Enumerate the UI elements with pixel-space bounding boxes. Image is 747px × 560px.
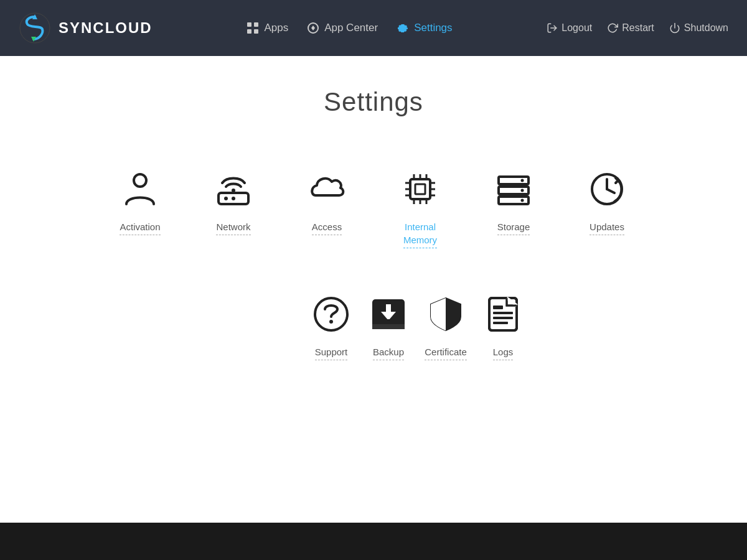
backup-item[interactable]: Backup (360, 279, 417, 373)
svg-rect-47 (493, 312, 513, 314)
svg-point-13 (232, 197, 235, 200)
network-label: Network (216, 220, 250, 235)
svg-point-12 (224, 197, 228, 200)
svg-point-10 (134, 174, 146, 187)
svg-point-33 (521, 189, 524, 192)
appcenter-icon (307, 22, 319, 34)
svg-rect-4 (254, 22, 258, 27)
svg-point-34 (521, 199, 524, 202)
svg-rect-42 (386, 304, 391, 313)
updates-icon (585, 167, 629, 212)
logout-button[interactable]: Logout (547, 22, 592, 34)
logo-area: SYNCLOUD (19, 12, 153, 44)
storage-icon (491, 167, 536, 212)
svg-line-37 (607, 189, 614, 193)
access-icon (304, 167, 349, 212)
storage-item[interactable]: Storage (470, 154, 557, 261)
support-item[interactable]: Support (303, 279, 360, 373)
main-content: Settings Activation (0, 56, 747, 404)
nav-appcenter[interactable]: App Center (307, 22, 378, 34)
internal-memory-icon (398, 167, 443, 212)
logs-item[interactable]: Logs (474, 279, 532, 373)
logs-label: Logs (493, 345, 514, 360)
logs-icon (481, 292, 525, 337)
updates-label: Updates (590, 220, 624, 235)
internal-memory-item[interactable]: InternalMemory (377, 154, 464, 261)
shutdown-icon (669, 22, 680, 34)
svg-rect-30 (499, 187, 529, 194)
bottom-bar (0, 523, 747, 560)
svg-rect-3 (247, 22, 251, 27)
page-title: Settings (324, 87, 423, 117)
activation-icon (118, 167, 162, 212)
svg-point-39 (329, 320, 333, 324)
svg-rect-49 (493, 317, 513, 319)
certificate-item[interactable]: Certificate (417, 279, 474, 373)
settings-row1: Activation Network (96, 154, 651, 273)
activation-label: Activation (120, 220, 160, 235)
updates-item[interactable]: Updates (563, 154, 651, 261)
activation-item[interactable]: Activation (96, 154, 184, 261)
access-label: Access (312, 220, 342, 235)
certificate-label: Certificate (425, 345, 467, 360)
network-item[interactable]: Network (190, 154, 277, 261)
restart-icon (607, 22, 618, 34)
apps-icon (247, 22, 259, 34)
support-icon (309, 292, 354, 337)
svg-rect-29 (499, 177, 529, 184)
internal-memory-label: InternalMemory (403, 220, 437, 248)
header: SYNCLOUD Apps App Center Settings (0, 0, 747, 56)
network-icon (211, 167, 256, 212)
backup-label: Backup (373, 345, 404, 360)
svg-rect-46 (493, 306, 503, 309)
svg-point-14 (232, 189, 235, 192)
svg-rect-50 (493, 322, 508, 324)
svg-rect-5 (247, 29, 251, 34)
syncloud-logo-icon (19, 12, 51, 44)
backup-icon (366, 292, 411, 337)
svg-rect-6 (254, 29, 258, 34)
nav-center: Apps App Center Settings (247, 22, 452, 34)
certificate-icon (423, 292, 468, 337)
nav-right: Logout Restart Shutdown (547, 22, 728, 34)
shutdown-button[interactable]: Shutdown (669, 22, 728, 34)
logout-icon (547, 22, 558, 34)
settings-nav-icon (397, 22, 409, 34)
svg-rect-16 (415, 184, 425, 194)
settings-row2: Support Backup (215, 279, 532, 373)
support-label: Support (315, 345, 348, 360)
svg-rect-31 (499, 197, 529, 204)
svg-point-32 (521, 179, 524, 182)
restart-button[interactable]: Restart (607, 22, 654, 34)
svg-rect-15 (410, 179, 430, 199)
nav-settings[interactable]: Settings (397, 22, 452, 34)
access-item[interactable]: Access (283, 154, 370, 261)
storage-label: Storage (497, 220, 530, 235)
svg-rect-44 (372, 324, 405, 329)
nav-apps[interactable]: Apps (247, 22, 288, 34)
logo-text: SYNCLOUD (59, 19, 153, 37)
